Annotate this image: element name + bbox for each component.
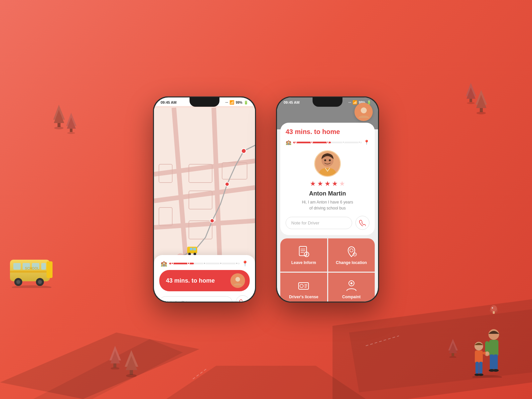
notch-right [313,97,342,107]
svg-rect-59 [485,341,489,353]
change-location-label: Change location [336,260,367,265]
svg-rect-14 [10,271,47,273]
svg-rect-9 [47,261,53,278]
svg-marker-0 [0,332,200,399]
svg-point-100 [329,159,331,161]
svg-point-16 [16,280,20,284]
people-decoration [464,325,510,379]
action-grid: Leave Inform Change location [280,238,375,302]
call-button-left[interactable] [236,295,250,302]
svg-rect-10 [13,263,21,270]
bottom-panel-left: 🏫 📍 43 mins. t [154,255,255,302]
route-progress-right: 🏫 📍 [286,140,369,145]
leave-inform-button[interactable]: Leave Inform [280,238,327,272]
change-location-icon [345,245,358,258]
note-row-right[interactable]: Note for Driver [286,216,369,230]
svg-point-99 [324,159,326,161]
svg-rect-35 [469,99,472,102]
svg-rect-89 [193,248,196,250]
map-area [154,106,255,279]
svg-rect-63 [475,362,479,374]
complaint-icon [345,279,358,292]
svg-point-58 [493,369,499,372]
tree-bottom-2 [108,344,122,371]
note-row-left[interactable]: Note for Driver [159,295,250,302]
drivers-license-label: Driver's license [289,295,318,299]
svg-rect-88 [190,248,193,250]
eta-label-left: 43 mins. to home [166,277,215,284]
driver-avatar-left [230,273,245,288]
driver-photo [314,150,341,177]
svg-rect-13 [41,263,46,270]
note-placeholder-right: Note for Driver [291,220,320,225]
route-start-icon-left: 🏫 [161,260,167,267]
svg-point-50 [490,305,497,312]
complaint-button[interactable]: Compaint [328,273,375,302]
svg-point-83 [241,149,246,153]
status-icons-left: ··· 📶 99% 🔋 [225,100,248,105]
drivers-license-button[interactable]: Driver's license [280,273,327,302]
svg-point-96 [361,107,367,113]
driver-description: Hi, I am Anton I have 6 years of driving… [286,199,369,211]
svg-point-18 [38,280,42,284]
svg-rect-54 [489,340,498,356]
tree-bottom-1 [123,348,140,379]
time-right: 09:45 AM [284,100,300,104]
driver-stars: ★ ★ ★ ★ ★ [286,180,369,188]
svg-point-28 [67,132,75,134]
time-left: 09:45 AM [161,100,177,104]
svg-rect-56 [494,354,498,369]
phone-right: 09:45 AM ··· 📶 99% 🔋 [276,96,379,303]
route-line-left [169,263,240,264]
route-end-icon-right: 📍 [364,140,369,145]
svg-line-6 [366,336,399,346]
eta-row-left: 43 mins. to home [159,270,250,291]
driver-avatar-header [354,103,373,121]
svg-point-109 [300,284,303,288]
svg-marker-4 [166,366,366,399]
svg-point-24 [54,127,64,129]
route-start-icon-right: 🏫 [286,140,291,145]
svg-rect-8 [10,260,50,281]
complaint-label: Compaint [342,295,360,299]
signal-right: ··· [348,101,351,104]
svg-point-95 [235,277,240,282]
note-placeholder-left: Note for Driver [165,300,193,302]
phones-container: 09:45 AM ··· 📶 99% 🔋 [153,96,379,303]
detail-card: 43 mins. to home 🏫 [280,123,375,235]
note-input-right[interactable]: Note for Driver [286,217,352,229]
phone-left: 09:45 AM ··· 📶 99% 🔋 [153,96,256,303]
change-location-button[interactable]: Change location [328,238,375,272]
svg-text:SCHOOL: SCHOOL [25,267,39,270]
wifi-icon-right: 📶 [352,100,357,105]
svg-rect-27 [70,129,72,132]
drivers-license-icon [297,279,310,292]
svg-point-68 [485,351,489,355]
leave-inform-icon [297,245,310,258]
detail-eta-row: 43 mins. to home [286,128,369,136]
svg-point-44 [111,367,119,369]
route-end-icon-left: 📍 [242,260,248,267]
svg-point-106 [350,249,353,252]
svg-rect-52 [493,311,495,314]
svg-point-84 [225,182,229,186]
svg-rect-43 [113,363,116,367]
svg-rect-47 [452,353,454,356]
svg-rect-39 [130,370,133,375]
call-button-right[interactable] [355,216,369,230]
tree-right-1 [474,88,489,116]
route-line-right [293,142,362,143]
svg-rect-64 [479,362,482,374]
svg-point-32 [476,112,486,114]
tree-left-2 [65,111,77,135]
note-input-left[interactable]: Note for Driver [159,296,232,302]
svg-point-51 [492,307,493,309]
notch-left [190,97,219,107]
battery-icon-left: 🔋 [244,100,248,105]
svg-line-5 [193,369,206,379]
tree-left-1 [52,103,66,131]
leave-inform-label: Leave Inform [291,260,316,265]
svg-rect-23 [58,123,61,127]
driver-name: Anton Martin [286,190,369,197]
signal-left: ··· [225,101,228,104]
